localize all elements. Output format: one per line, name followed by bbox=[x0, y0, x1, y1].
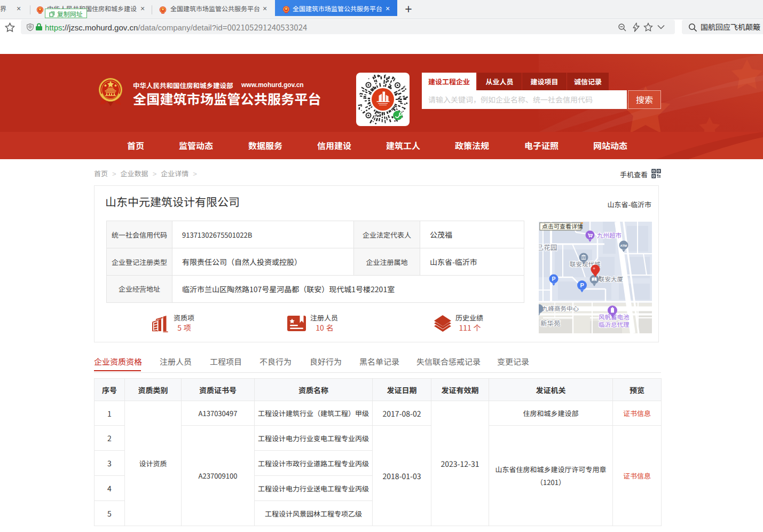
svg-text:新华苑: 新华苑 bbox=[540, 320, 561, 327]
svg-text:P: P bbox=[552, 276, 556, 282]
svg-text:ATM: ATM bbox=[620, 244, 627, 247]
svg-text:临沂总代理: 临沂总代理 bbox=[599, 322, 630, 328]
svg-text:P: P bbox=[580, 282, 584, 288]
svg-text:点击可查看详情: 点击可查看详情 bbox=[542, 223, 583, 230]
svg-text:联安大厦: 联安大厦 bbox=[599, 276, 623, 283]
svg-text:己花园: 己花园 bbox=[539, 244, 557, 252]
svg-text:九州超市: 九州超市 bbox=[597, 232, 622, 239]
svg-text:九峰商务中心: 九峰商务中心 bbox=[542, 306, 579, 312]
svg-text:风帆蓄电池: 风帆蓄电池 bbox=[599, 314, 630, 320]
